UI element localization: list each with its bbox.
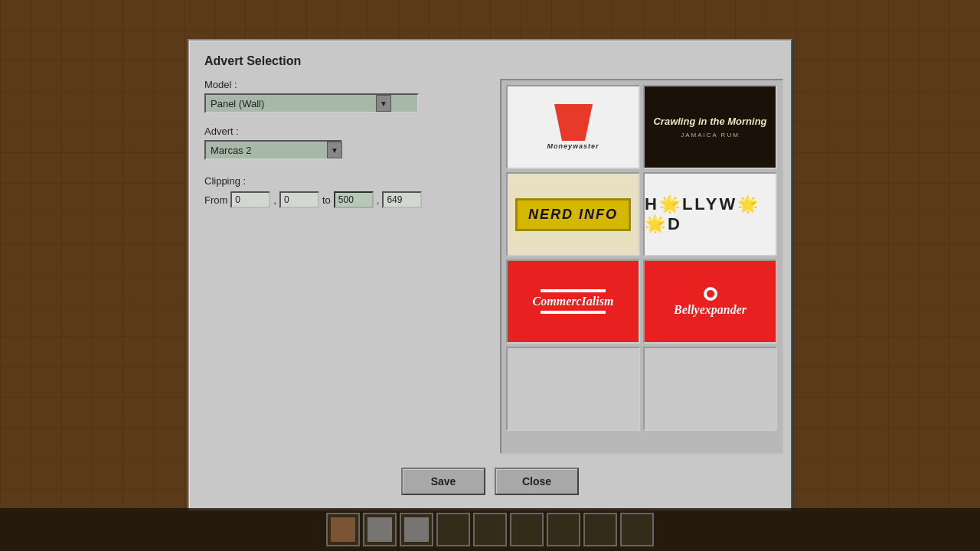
from-y-input[interactable] — [279, 191, 319, 208]
left-panel: Model : Panel (Wall) Panel (Floor) Billb… — [204, 79, 488, 454]
bellyexpander-logo — [704, 287, 717, 301]
advert-cell-empty-1[interactable] — [506, 347, 640, 431]
advert-select[interactable]: Marcas 1 Marcas 2 Marcas 3 — [204, 140, 342, 160]
clipping-row: From , to , — [204, 191, 488, 208]
advert-cell-crawling[interactable]: Crawling in the Morning JAMAICA RUM — [643, 85, 777, 169]
hotbar-slot-6[interactable] — [510, 513, 544, 546]
hotbar-slot-9[interactable] — [620, 513, 654, 546]
from-label: From — [204, 194, 227, 206]
crawling-title: Crawling in the Morning — [653, 116, 766, 129]
to-label: to — [322, 194, 331, 206]
right-panel: Moneywaster Crawling in the Morning JAMA… — [500, 79, 783, 454]
comma-1: , — [273, 194, 276, 206]
close-button[interactable]: Close — [495, 468, 579, 495]
advert-cell-hollywood[interactable]: H🌟LLYW🌟🌟D — [643, 172, 777, 256]
moneywaster-logo — [550, 104, 596, 141]
hotbar-item-1 — [331, 517, 355, 542]
save-button[interactable]: Save — [401, 468, 485, 495]
svg-marker-0 — [554, 104, 593, 141]
hotbar-slot-2[interactable] — [363, 513, 397, 546]
hollywood-text: H🌟LLYW🌟🌟D — [645, 194, 776, 234]
bellyexpander-text: Bellyexpander — [674, 303, 746, 317]
ad-commercialism: CommercIalism — [508, 261, 639, 342]
commercialism-stripe-top — [541, 289, 606, 292]
dialog-body: Model : Panel (Wall) Panel (Floor) Billb… — [204, 79, 776, 454]
to-x-input[interactable] — [334, 191, 374, 208]
hotbar-slot-8[interactable] — [583, 513, 617, 546]
hotbar-slot-5[interactable] — [473, 513, 507, 546]
advert-grid: Moneywaster Crawling in the Morning JAMA… — [500, 79, 783, 454]
comma-2: , — [377, 194, 380, 206]
commercialism-text: CommercIalism — [533, 295, 614, 308]
hotbar-item-2 — [368, 517, 392, 542]
crawling-sub: JAMAICA RUM — [681, 132, 740, 139]
bellyexpander-logo-inner — [707, 290, 714, 298]
ad-moneywaster: Moneywaster — [508, 86, 639, 168]
ad-nerdinfo: NERD INFo — [508, 174, 639, 255]
clipping-label: Clipping : — [204, 175, 488, 187]
dialog-overlay: Advert Selection Model : Panel (Wall) Pa… — [0, 0, 980, 551]
hotbar-slot-1[interactable] — [326, 513, 360, 546]
commercialism-stripe-bottom — [541, 311, 606, 314]
clipping-section: Clipping : From , to , — [204, 175, 488, 208]
commercialism-content: CommercIalism — [533, 289, 614, 314]
to-y-input[interactable] — [382, 191, 422, 208]
dialog-title: Advert Selection — [204, 54, 776, 68]
advert-cell-empty-2[interactable] — [643, 347, 777, 431]
hotbar-item-3 — [404, 517, 429, 542]
hotbar — [0, 508, 980, 551]
model-select-wrapper: Panel (Wall) Panel (Floor) Billboard Sma… — [204, 93, 488, 113]
model-select[interactable]: Panel (Wall) Panel (Floor) Billboard Sma… — [204, 93, 419, 113]
model-label: Model : — [204, 79, 488, 90]
ad-crawling: Crawling in the Morning JAMAICA RUM — [645, 86, 776, 168]
nerdinfo-badge: NERD INFo — [515, 198, 631, 231]
moneywaster-text: Moneywaster — [547, 142, 599, 150]
dialog-footer: Save Close — [204, 468, 776, 495]
advert-cell-moneywaster[interactable]: Moneywaster — [506, 85, 640, 169]
advert-cell-commercialism[interactable]: CommercIalism — [506, 259, 640, 344]
hotbar-slot-7[interactable] — [547, 513, 580, 546]
advert-select-wrapper: Marcas 1 Marcas 2 Marcas 3 ▼ — [204, 140, 342, 160]
ad-empty-2 — [645, 348, 776, 429]
advert-cell-nerdinfo[interactable]: NERD INFo — [506, 172, 640, 256]
advert-label: Advert : — [204, 126, 488, 137]
hotbar-slot-3[interactable] — [400, 513, 433, 546]
advert-cell-bellyexpander[interactable]: Bellyexpander — [643, 259, 777, 344]
hotbar-slot-4[interactable] — [436, 513, 470, 546]
advert-selection-dialog: Advert Selection Model : Panel (Wall) Pa… — [188, 39, 792, 512]
ad-hollywood: H🌟LLYW🌟🌟D — [645, 174, 776, 255]
ad-bellyexpander: Bellyexpander — [645, 261, 776, 342]
from-x-input[interactable] — [230, 191, 270, 208]
ad-empty-1 — [508, 348, 639, 429]
bellyexpander-content: Bellyexpander — [649, 287, 771, 317]
